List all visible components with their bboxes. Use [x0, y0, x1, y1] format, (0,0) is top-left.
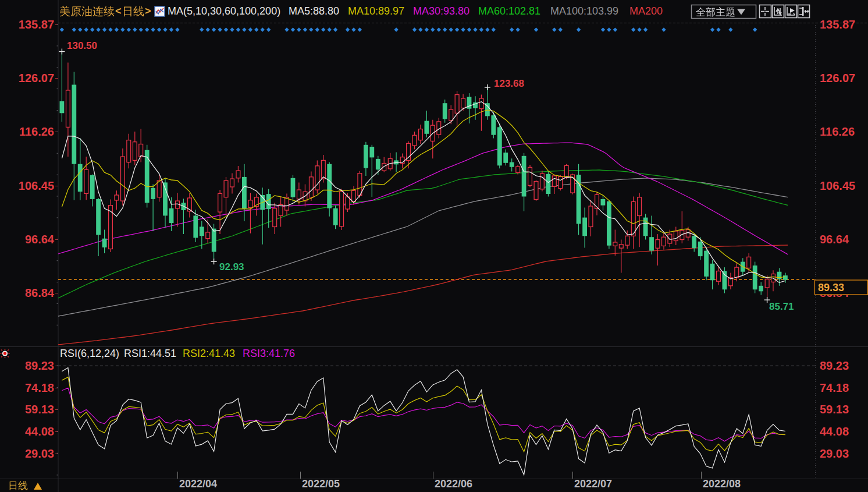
- svg-text:>: >: [145, 5, 151, 17]
- svg-text:MA5:88.80: MA5:88.80: [289, 5, 339, 17]
- svg-text:RSI(6,12,24): RSI(6,12,24): [60, 348, 119, 359]
- svg-text:74.18: 74.18: [820, 381, 849, 394]
- svg-text:2022/04: 2022/04: [179, 478, 217, 490]
- svg-text:MA60:102.81: MA60:102.81: [478, 5, 540, 17]
- svg-text:MA(5,10,30,60,100,200): MA(5,10,30,60,100,200): [168, 5, 280, 17]
- svg-text:2022/05: 2022/05: [302, 478, 340, 490]
- svg-text:29.03: 29.03: [25, 447, 54, 460]
- svg-text:44.08: 44.08: [820, 425, 849, 438]
- svg-text:126.07: 126.07: [820, 72, 855, 84]
- svg-text:MA30:93.80: MA30:93.80: [413, 5, 469, 17]
- svg-text:59.13: 59.13: [25, 403, 54, 416]
- svg-text:92.93: 92.93: [219, 261, 244, 272]
- svg-text:130.50: 130.50: [67, 40, 97, 51]
- svg-text:85.71: 85.71: [769, 301, 794, 312]
- svg-text:89.33: 89.33: [818, 282, 844, 293]
- svg-text:2022/08: 2022/08: [703, 478, 741, 490]
- svg-text:MA100:103.99: MA100:103.99: [550, 5, 618, 17]
- svg-text:29.03: 29.03: [820, 447, 849, 460]
- svg-text:123.68: 123.68: [494, 78, 524, 89]
- svg-text:126.07: 126.07: [19, 72, 54, 84]
- svg-text:MA200: MA200: [629, 5, 663, 17]
- svg-text:135.87: 135.87: [19, 18, 54, 31]
- svg-text:RSI2:41.43: RSI2:41.43: [183, 348, 235, 359]
- svg-text:RSI1:44.51: RSI1:44.51: [124, 348, 176, 359]
- svg-text:2022/06: 2022/06: [435, 478, 472, 490]
- svg-text:MA10:89.97: MA10:89.97: [348, 5, 404, 17]
- svg-text:96.64: 96.64: [25, 233, 55, 246]
- svg-text:135.87: 135.87: [820, 18, 855, 31]
- svg-text:96.64: 96.64: [820, 233, 849, 246]
- svg-text:44.08: 44.08: [25, 425, 54, 438]
- svg-text:RSI3:41.76: RSI3:41.76: [243, 348, 295, 359]
- svg-text:86.84: 86.84: [25, 286, 55, 299]
- svg-text:116.26: 116.26: [19, 125, 54, 138]
- svg-text:59.13: 59.13: [820, 403, 849, 416]
- svg-text:<: <: [115, 5, 122, 17]
- svg-text:106.45: 106.45: [19, 179, 54, 192]
- svg-text:89.23: 89.23: [25, 359, 54, 372]
- svg-text:89.23: 89.23: [820, 359, 849, 372]
- svg-text:2022/07: 2022/07: [574, 478, 612, 490]
- svg-text:116.26: 116.26: [820, 125, 855, 138]
- svg-text:74.18: 74.18: [25, 381, 54, 394]
- svg-text:106.45: 106.45: [820, 179, 855, 192]
